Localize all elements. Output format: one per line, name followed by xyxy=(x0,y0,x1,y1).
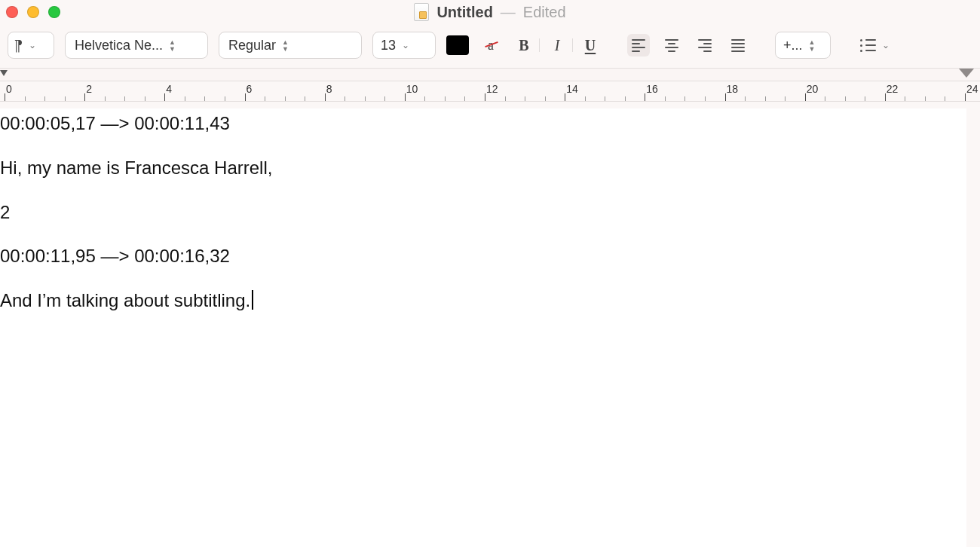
ruler-tick-major xyxy=(405,93,406,101)
document-icon xyxy=(414,3,429,21)
chevron-down-icon: ⌄ xyxy=(29,40,36,50)
ruler-tick-minor xyxy=(765,96,766,101)
ruler-tick-major xyxy=(645,93,645,101)
align-right-button[interactable] xyxy=(694,34,716,57)
font-size-label: 13 xyxy=(381,38,396,53)
ruler-collapse-chevron-icon[interactable] xyxy=(959,69,974,78)
ruler-tick-minor xyxy=(745,96,746,101)
document-status: Edited xyxy=(523,4,566,21)
ruler-tick-label: 8 xyxy=(326,83,332,95)
font-family-picker[interactable]: Helvetica Ne... ▲▼ xyxy=(65,32,208,59)
ruler-tick-minor xyxy=(925,96,926,101)
minimize-window-button[interactable] xyxy=(27,6,39,18)
ruler-tick-minor xyxy=(705,96,706,101)
text-line[interactable]: Hi, my name is Francesca Harrell, xyxy=(0,157,979,179)
text-caret xyxy=(252,290,253,310)
ruler-tick-minor xyxy=(65,96,66,101)
tab-stop-marker[interactable] xyxy=(0,70,8,76)
ruler-tick-minor xyxy=(384,96,385,101)
font-family-label: Helvetica Ne... xyxy=(75,38,163,53)
text-line[interactable]: 00:00:11,95 —> 00:00:16,32 xyxy=(0,246,979,267)
ruler-tick-minor xyxy=(605,96,605,101)
font-size-picker[interactable]: 13 ⌄ xyxy=(372,32,436,59)
chevron-down-icon: ⌄ xyxy=(882,40,890,50)
ruler-tick-major xyxy=(325,93,326,101)
ruler-tick-label: 16 xyxy=(646,83,658,95)
align-left-icon xyxy=(632,39,645,52)
ruler-tick-minor xyxy=(145,96,145,101)
align-left-button[interactable] xyxy=(627,34,650,57)
document-content[interactable]: 00:00:05,17 —> 00:00:11,43 Hi, my name i… xyxy=(0,108,979,312)
ruler-tick-minor xyxy=(945,96,945,101)
text-line[interactable]: 2 xyxy=(0,202,979,224)
ruler-tick-minor xyxy=(105,96,106,101)
ruler-tick-label: 6 xyxy=(247,83,253,95)
ruler[interactable]: 024681012141618202224 xyxy=(0,81,980,102)
ruler-tick-label: 4 xyxy=(166,83,172,95)
highlight-a-icon: a xyxy=(488,38,494,53)
italic-icon: I xyxy=(555,37,560,54)
font-style-picker[interactable]: Regular ▲▼ xyxy=(219,32,362,59)
toolbar: ¶ ⌄ Helvetica Ne... ▲▼ Regular ▲▼ 13 ⌄ a… xyxy=(0,26,980,69)
ruler-tick-major xyxy=(164,93,165,101)
text-line[interactable]: And I’m talking about subtitling. xyxy=(0,290,979,312)
ruler-tick-major xyxy=(485,93,485,101)
tab-stop-strip[interactable] xyxy=(0,69,980,81)
align-center-icon xyxy=(665,39,678,52)
ruler-tick-minor xyxy=(285,96,286,101)
ruler-tick-minor xyxy=(665,96,666,101)
ruler-tick-major xyxy=(805,93,806,101)
ruler-tick-label: 10 xyxy=(406,83,418,95)
zoom-window-button[interactable] xyxy=(48,6,60,18)
ruler-tick-major xyxy=(245,93,246,101)
align-justify-button[interactable] xyxy=(727,34,749,57)
ruler-tick-minor xyxy=(44,96,45,101)
ruler-tick-major xyxy=(725,93,726,101)
line-spacing-picker[interactable]: +... ▲▼ xyxy=(775,32,831,59)
ruler-tick-minor xyxy=(905,96,905,101)
underline-icon: U xyxy=(585,37,596,54)
text-line[interactable]: 00:00:05,17 —> 00:00:11,43 xyxy=(0,113,979,135)
stepper-icon: ▲▼ xyxy=(282,39,289,52)
ruler-tick-label: 22 xyxy=(887,83,899,95)
list-style-picker[interactable]: ⌄ xyxy=(856,34,893,57)
ruler-tick-label: 14 xyxy=(566,83,578,95)
ruler-tick-minor xyxy=(625,96,626,101)
ruler-tick-minor xyxy=(845,96,846,101)
underline-button[interactable]: U xyxy=(579,34,602,57)
ruler-tick-minor xyxy=(204,96,205,101)
window-title: Untitled — Edited xyxy=(0,3,980,21)
italic-button[interactable]: I xyxy=(546,34,568,57)
chevron-down-icon: ⌄ xyxy=(402,40,409,50)
ruler-tick-label: 12 xyxy=(486,83,498,95)
window-controls xyxy=(6,6,60,18)
ruler-tick-minor xyxy=(525,96,525,101)
ruler-tick-minor xyxy=(865,96,865,101)
ruler-tick-minor xyxy=(305,96,305,101)
ruler-tick-major xyxy=(84,93,85,101)
ruler-tick-minor xyxy=(445,96,446,101)
highlight-color-button[interactable]: a xyxy=(479,34,502,57)
ruler-tick-minor xyxy=(785,96,786,101)
ruler-tick-minor xyxy=(464,96,465,101)
ruler-tick-minor xyxy=(545,96,546,101)
document-area[interactable]: 00:00:05,17 —> 00:00:11,43 Hi, my name i… xyxy=(0,108,980,547)
titlebar: Untitled — Edited xyxy=(0,0,980,26)
document-name: Untitled xyxy=(436,4,492,21)
ruler-tick-major xyxy=(5,93,5,101)
close-window-button[interactable] xyxy=(6,6,18,18)
right-gutter xyxy=(966,108,980,547)
ruler-tick-minor xyxy=(684,96,685,101)
ruler-tick-minor xyxy=(825,96,825,101)
bold-button[interactable]: B xyxy=(513,34,535,57)
align-center-button[interactable] xyxy=(660,34,683,57)
paragraph-style-picker[interactable]: ¶ ⌄ xyxy=(8,32,54,59)
bold-icon: B xyxy=(519,37,528,54)
ruler-tick-minor xyxy=(225,96,225,101)
ruler-tick-minor xyxy=(365,96,366,101)
text-color-swatch[interactable] xyxy=(446,35,469,55)
pilcrow-icon: ¶ xyxy=(14,37,23,54)
ruler-tick-minor xyxy=(585,96,586,101)
title-separator: — xyxy=(501,4,516,21)
bullet-list-icon xyxy=(860,39,876,52)
